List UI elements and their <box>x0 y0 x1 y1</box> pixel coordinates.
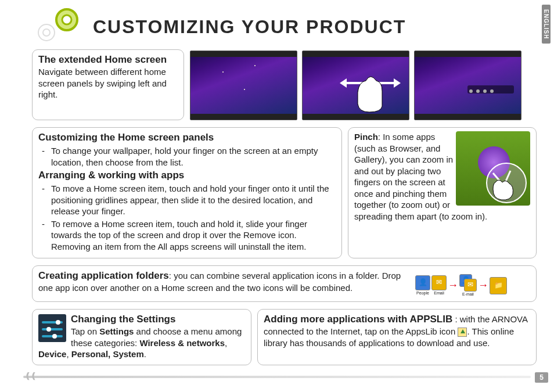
email-app-icon: ✉ <box>431 275 447 290</box>
home-thumbnail <box>190 51 297 120</box>
home-thumbnail-widget <box>414 51 521 120</box>
appslib-heading: Adding more applications with APPSLIB <box>264 314 452 325</box>
move-item-tip: To move a Home screen item, touch and ho… <box>41 183 336 217</box>
settings-body: Tap on Settings and choose a menu among … <box>38 326 245 360</box>
remove-item-tip: To remove a Home screen item, touch and … <box>41 218 336 253</box>
home-thumbnail-swipe <box>302 51 409 120</box>
svg-point-0 <box>38 24 55 41</box>
pinch-illustration <box>456 131 530 206</box>
customizing-heading: Customizing the Home screen panels <box>38 131 336 144</box>
gears-decor <box>35 5 87 47</box>
swipe-hand-icon <box>340 70 404 117</box>
folder-combine-graphic: 👤 People ✉ Email → 👤 ✉ E-mail <box>415 269 530 297</box>
email-app-icon: ✉ <box>464 279 477 292</box>
page-number: 5 <box>535 372 548 383</box>
svg-point-1 <box>43 29 50 36</box>
settings-icon <box>38 314 66 342</box>
appslib-box: Adding more applications with APPSLIB : … <box>257 309 537 365</box>
extended-home-body: Navigate between different home screen p… <box>38 66 178 100</box>
language-tab: ENGLISH <box>542 5 551 44</box>
svg-marker-6 <box>394 78 401 88</box>
footer-decor: ❪❪ <box>24 371 36 380</box>
wallpaper-tip: To change your wallpaper, hold your fing… <box>41 145 336 168</box>
footer-divider <box>23 376 531 378</box>
extended-home-heading: The extended Home screen <box>38 53 178 66</box>
folders-box: Creating application folders: you can co… <box>32 265 537 302</box>
folders-heading: Creating application folders <box>38 270 169 281</box>
pinch-heading: Pinch <box>354 132 378 142</box>
home-screen-thumbnails <box>190 49 537 120</box>
arrow-right-icon: → <box>478 279 488 292</box>
appslib-icon <box>458 328 467 337</box>
folder-icon: 📁 <box>490 277 507 294</box>
page-title: CUSTOMIZING YOUR PRODUCT <box>93 16 406 38</box>
customizing-panels-box: Customizing the Home screen panels To ch… <box>32 127 342 258</box>
settings-box: Changing the Settings Tap on Settings an… <box>32 309 251 365</box>
arrow-right-icon: → <box>448 279 458 292</box>
svg-marker-5 <box>340 78 347 88</box>
svg-point-3 <box>62 15 71 24</box>
people-app-icon: 👤 <box>415 275 430 290</box>
extended-home-box: The extended Home screen Navigate betwee… <box>32 49 184 120</box>
pinch-box: Pinch: In some apps (such as Browser, an… <box>348 127 537 258</box>
arranging-heading: Arranging & working with apps <box>38 169 336 182</box>
pinch-hand-icon <box>487 167 522 202</box>
settings-heading: Changing the Settings <box>38 313 245 326</box>
